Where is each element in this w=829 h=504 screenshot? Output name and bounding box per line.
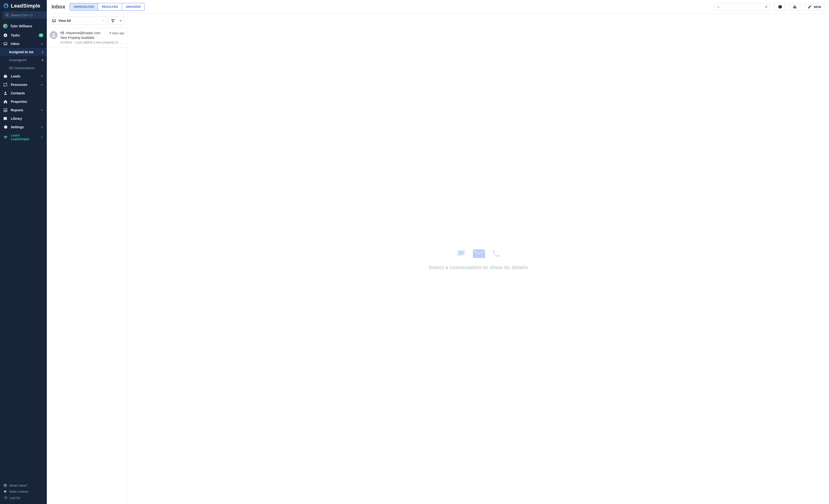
view-dropdown[interactable]: View All	[49, 17, 107, 25]
chevron-down-icon	[119, 19, 122, 22]
svg-rect-4	[4, 75, 7, 78]
gear-icon	[778, 4, 782, 9]
bar-chart-icon	[793, 4, 797, 9]
sidebar-search[interactable]	[3, 11, 53, 19]
user-profile[interactable]: Tyler Williams	[0, 21, 47, 31]
header-search-input[interactable]	[722, 5, 763, 9]
svg-point-18	[765, 6, 766, 6]
conversation-top-row: cheyenne@truepic.com 6 days ago	[61, 31, 124, 35]
empty-state: Select a conversation to show its detail…	[428, 248, 528, 271]
header-search[interactable]	[714, 3, 770, 10]
search-icon	[717, 5, 720, 9]
nav-properties-label: Properties	[11, 100, 43, 104]
nav-tasks-label: Tasks	[11, 33, 36, 37]
nav-settings[interactable]: Settings	[0, 123, 47, 131]
header: Inbox UNRESOLVED RESOLVED SNOOZED NEW	[47, 0, 829, 14]
heart-icon	[3, 490, 7, 494]
conversation-list-pane: View All	[47, 14, 128, 504]
svg-rect-23	[796, 7, 796, 8]
nav-library[interactable]: Library	[0, 114, 47, 123]
nav-leads-label: Leads	[11, 74, 37, 78]
svg-point-13	[717, 6, 719, 7]
main: Inbox UNRESOLVED RESOLVED SNOOZED NEW	[47, 0, 829, 504]
pencil-icon	[807, 5, 812, 9]
bar-chart-icon	[3, 108, 8, 112]
graduation-cap-icon	[3, 135, 8, 139]
svg-point-5	[5, 92, 6, 93]
nav-reports[interactable]: Reports	[0, 106, 47, 114]
filter-dropdown[interactable]	[108, 17, 125, 25]
conversation-time: 6 days ago	[109, 31, 124, 35]
svg-rect-21	[793, 6, 794, 8]
svg-rect-29	[459, 254, 462, 255]
logo-mark-icon	[3, 3, 9, 9]
sidebar-search-row	[0, 11, 47, 21]
mail-icon	[61, 31, 64, 35]
filter-icon	[111, 19, 115, 23]
svg-line-14	[719, 7, 719, 8]
check-circle-icon	[3, 33, 8, 37]
nav-inbox-assigned[interactable]: Assigned to me 1	[0, 48, 47, 56]
inbox-icon	[52, 19, 56, 23]
nav-inbox[interactable]: Inbox	[0, 39, 47, 48]
conversation-from: cheyenne@truepic.com	[61, 31, 108, 35]
stats-button[interactable]	[790, 3, 800, 11]
gift-icon	[3, 483, 7, 487]
nav-learn-label: Learn LeadSimple	[11, 134, 37, 141]
nav-inbox-unassigned[interactable]: Unassigned 6	[0, 56, 47, 64]
tab-resolved[interactable]: RESOLVED	[98, 3, 122, 10]
nav-inbox-unassigned-count: 6	[42, 58, 43, 62]
settings-button[interactable]	[774, 3, 785, 11]
person-icon	[3, 91, 8, 95]
svg-point-20	[765, 7, 766, 8]
logout-icon	[3, 496, 7, 500]
brand-logo[interactable]: LeadSimple	[3, 3, 40, 9]
conversation-item[interactable]: cheyenne@truepic.com 6 days ago New Prop…	[47, 28, 127, 48]
nav-leads[interactable]: Leads	[0, 72, 47, 80]
empty-icons	[456, 248, 501, 260]
status-tabs: UNRESOLVED RESOLVED SNOOZED	[70, 3, 145, 10]
nav-processes-label: Processes	[11, 83, 37, 86]
nav-inbox-assigned-count: 1	[42, 50, 43, 54]
footer-logout[interactable]: Log Out	[3, 495, 44, 501]
nav-contacts[interactable]: Contacts	[0, 89, 47, 98]
nav-tasks[interactable]: Tasks 3	[0, 31, 47, 39]
nav-processes[interactable]: Processes	[0, 80, 47, 89]
book-icon	[3, 116, 8, 121]
sidebar-footer: What's New? Refer a friend Log Out	[0, 480, 47, 504]
nav-inbox-all[interactable]: All Conversations	[0, 64, 47, 72]
nav-inbox-assigned-label: Assigned to me	[9, 50, 39, 54]
new-button[interactable]: NEW	[804, 3, 824, 10]
svg-rect-7	[4, 110, 5, 111]
nav-inbox-all-label: All Conversations	[9, 66, 43, 70]
footer-refer-label: Refer a friend	[9, 490, 28, 494]
svg-rect-30	[473, 249, 485, 258]
view-dropdown-label: View All	[58, 19, 99, 23]
conversation-preview: Hi there - I just added a new property t…	[61, 40, 124, 44]
chevron-down-icon	[40, 125, 43, 129]
nav-properties[interactable]: Properties	[0, 98, 47, 106]
chat-icon	[456, 249, 466, 259]
nav-learn[interactable]: Learn LeadSimple	[0, 131, 47, 143]
nav-inbox-label: Inbox	[11, 42, 37, 46]
tab-unresolved[interactable]: UNRESOLVED	[70, 3, 98, 10]
detail-pane: Select a conversation to show its detail…	[128, 14, 829, 504]
repeat-icon	[3, 82, 8, 87]
briefcase-icon	[3, 74, 8, 78]
list-toolbar: View All	[47, 14, 127, 28]
empty-state-text: Select a conversation to show its detail…	[428, 264, 528, 271]
home-icon	[3, 100, 8, 104]
tab-snoozed[interactable]: SNOOZED	[122, 3, 144, 10]
chevron-down-icon	[40, 108, 43, 112]
footer-whatsnew[interactable]: What's New?	[3, 482, 44, 489]
content: View All	[47, 14, 829, 504]
sliders-icon[interactable]	[765, 5, 768, 9]
sidebar-search-input[interactable]	[11, 13, 50, 17]
svg-point-26	[53, 33, 55, 35]
brand-name: LeadSimple	[11, 3, 40, 9]
search-icon	[5, 13, 9, 17]
footer-refer[interactable]: Refer a friend	[3, 489, 44, 495]
svg-point-0	[6, 14, 8, 16]
tasks-badge: 3	[39, 33, 43, 37]
footer-whatsnew-label: What's New?	[9, 484, 27, 487]
